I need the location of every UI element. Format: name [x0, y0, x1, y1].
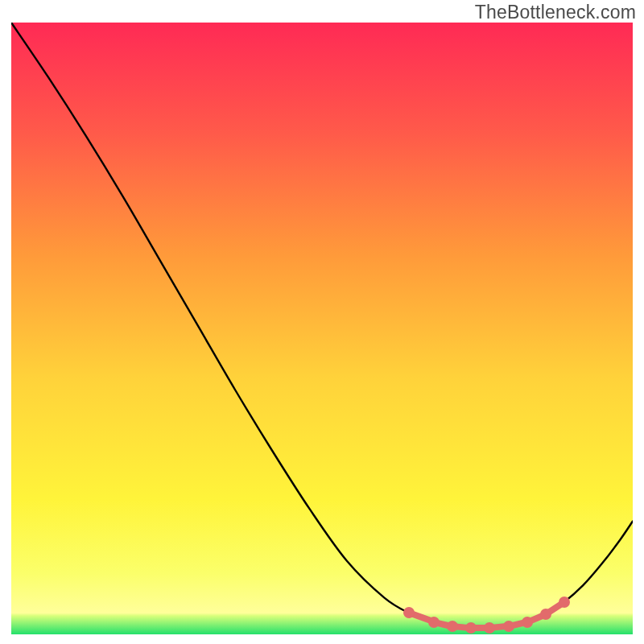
watermark-label: TheBottleneck.com	[475, 2, 636, 23]
chart-marker-dot	[540, 609, 551, 620]
chart-marker-dot	[559, 597, 570, 608]
chart-marker-dot	[522, 617, 533, 628]
chart-plot-area	[11, 23, 633, 634]
chart-marker-dot	[503, 621, 514, 632]
chart-marker-dot	[428, 617, 440, 628]
chart-curve	[11, 23, 633, 634]
